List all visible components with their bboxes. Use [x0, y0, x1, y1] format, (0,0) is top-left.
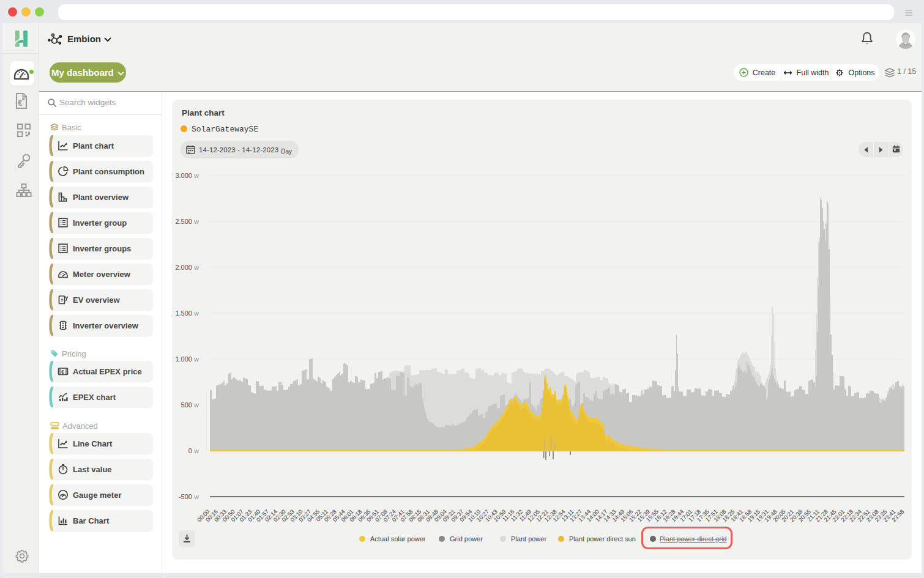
- svg-text:0 W: 0 W: [188, 447, 199, 454]
- svg-text:2.500 W: 2.500 W: [175, 218, 199, 225]
- svg-text:2.000 W: 2.000 W: [175, 264, 199, 271]
- svg-text:-500 W: -500 W: [179, 493, 199, 500]
- svg-text:1.500 W: 1.500 W: [175, 309, 199, 317]
- svg-text:€: €: [61, 369, 64, 375]
- svg-text:3.000 W: 3.000 W: [175, 172, 199, 179]
- svg-text:500 W: 500 W: [181, 401, 199, 409]
- svg-text:1.000 W: 1.000 W: [175, 355, 199, 363]
